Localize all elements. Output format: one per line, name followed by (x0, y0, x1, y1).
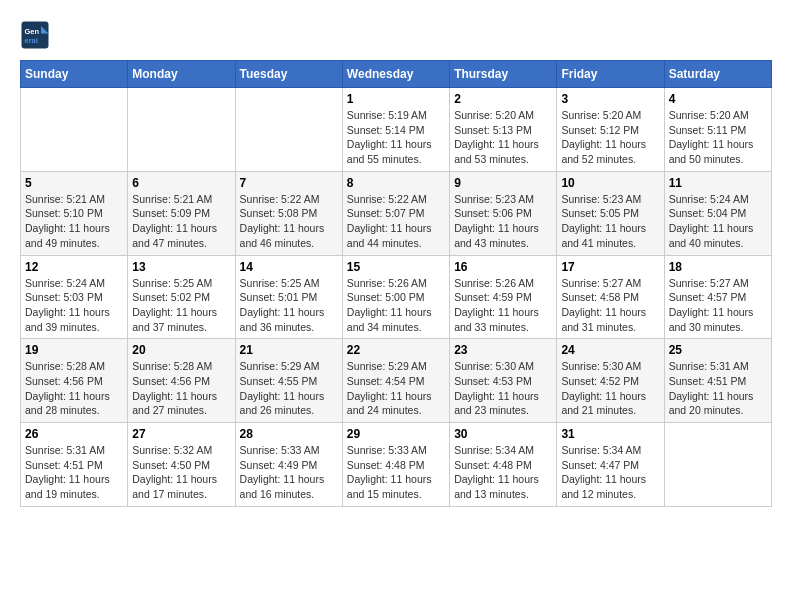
day-info: Sunrise: 5:20 AM Sunset: 5:13 PM Dayligh… (454, 108, 552, 167)
calendar-cell: 10Sunrise: 5:23 AM Sunset: 5:05 PM Dayli… (557, 171, 664, 255)
day-number: 5 (25, 176, 123, 190)
calendar-cell: 23Sunrise: 5:30 AM Sunset: 4:53 PM Dayli… (450, 339, 557, 423)
day-info: Sunrise: 5:27 AM Sunset: 4:58 PM Dayligh… (561, 276, 659, 335)
calendar-cell: 30Sunrise: 5:34 AM Sunset: 4:48 PM Dayli… (450, 423, 557, 507)
day-number: 20 (132, 343, 230, 357)
logo-icon: Gen eral (20, 20, 50, 50)
day-info: Sunrise: 5:31 AM Sunset: 4:51 PM Dayligh… (669, 359, 767, 418)
day-info: Sunrise: 5:27 AM Sunset: 4:57 PM Dayligh… (669, 276, 767, 335)
day-info: Sunrise: 5:25 AM Sunset: 5:01 PM Dayligh… (240, 276, 338, 335)
day-number: 28 (240, 427, 338, 441)
day-header-monday: Monday (128, 61, 235, 88)
calendar-cell: 22Sunrise: 5:29 AM Sunset: 4:54 PM Dayli… (342, 339, 449, 423)
calendar-table: SundayMondayTuesdayWednesdayThursdayFrid… (20, 60, 772, 507)
day-number: 30 (454, 427, 552, 441)
calendar-cell: 29Sunrise: 5:33 AM Sunset: 4:48 PM Dayli… (342, 423, 449, 507)
day-number: 13 (132, 260, 230, 274)
day-number: 4 (669, 92, 767, 106)
day-header-tuesday: Tuesday (235, 61, 342, 88)
day-number: 10 (561, 176, 659, 190)
day-number: 17 (561, 260, 659, 274)
day-number: 3 (561, 92, 659, 106)
day-info: Sunrise: 5:28 AM Sunset: 4:56 PM Dayligh… (132, 359, 230, 418)
calendar-cell: 2Sunrise: 5:20 AM Sunset: 5:13 PM Daylig… (450, 88, 557, 172)
day-header-thursday: Thursday (450, 61, 557, 88)
week-row: 1Sunrise: 5:19 AM Sunset: 5:14 PM Daylig… (21, 88, 772, 172)
day-info: Sunrise: 5:23 AM Sunset: 5:05 PM Dayligh… (561, 192, 659, 251)
day-number: 12 (25, 260, 123, 274)
calendar-cell: 31Sunrise: 5:34 AM Sunset: 4:47 PM Dayli… (557, 423, 664, 507)
day-number: 1 (347, 92, 445, 106)
calendar-cell: 27Sunrise: 5:32 AM Sunset: 4:50 PM Dayli… (128, 423, 235, 507)
calendar-cell: 18Sunrise: 5:27 AM Sunset: 4:57 PM Dayli… (664, 255, 771, 339)
calendar-cell: 8Sunrise: 5:22 AM Sunset: 5:07 PM Daylig… (342, 171, 449, 255)
day-info: Sunrise: 5:31 AM Sunset: 4:51 PM Dayligh… (25, 443, 123, 502)
calendar-cell: 7Sunrise: 5:22 AM Sunset: 5:08 PM Daylig… (235, 171, 342, 255)
day-number: 7 (240, 176, 338, 190)
day-info: Sunrise: 5:20 AM Sunset: 5:12 PM Dayligh… (561, 108, 659, 167)
calendar-cell: 17Sunrise: 5:27 AM Sunset: 4:58 PM Dayli… (557, 255, 664, 339)
day-number: 25 (669, 343, 767, 357)
day-number: 8 (347, 176, 445, 190)
day-info: Sunrise: 5:34 AM Sunset: 4:47 PM Dayligh… (561, 443, 659, 502)
day-number: 14 (240, 260, 338, 274)
page-header: Gen eral (20, 20, 772, 50)
day-number: 21 (240, 343, 338, 357)
day-number: 23 (454, 343, 552, 357)
calendar-cell: 28Sunrise: 5:33 AM Sunset: 4:49 PM Dayli… (235, 423, 342, 507)
day-info: Sunrise: 5:29 AM Sunset: 4:54 PM Dayligh… (347, 359, 445, 418)
day-info: Sunrise: 5:24 AM Sunset: 5:03 PM Dayligh… (25, 276, 123, 335)
calendar-cell: 6Sunrise: 5:21 AM Sunset: 5:09 PM Daylig… (128, 171, 235, 255)
day-number: 19 (25, 343, 123, 357)
day-number: 16 (454, 260, 552, 274)
calendar-cell: 9Sunrise: 5:23 AM Sunset: 5:06 PM Daylig… (450, 171, 557, 255)
day-info: Sunrise: 5:29 AM Sunset: 4:55 PM Dayligh… (240, 359, 338, 418)
calendar-cell: 20Sunrise: 5:28 AM Sunset: 4:56 PM Dayli… (128, 339, 235, 423)
day-header-wednesday: Wednesday (342, 61, 449, 88)
day-info: Sunrise: 5:32 AM Sunset: 4:50 PM Dayligh… (132, 443, 230, 502)
calendar-cell: 4Sunrise: 5:20 AM Sunset: 5:11 PM Daylig… (664, 88, 771, 172)
day-number: 9 (454, 176, 552, 190)
week-row: 12Sunrise: 5:24 AM Sunset: 5:03 PM Dayli… (21, 255, 772, 339)
day-info: Sunrise: 5:24 AM Sunset: 5:04 PM Dayligh… (669, 192, 767, 251)
calendar-cell: 15Sunrise: 5:26 AM Sunset: 5:00 PM Dayli… (342, 255, 449, 339)
calendar-cell: 26Sunrise: 5:31 AM Sunset: 4:51 PM Dayli… (21, 423, 128, 507)
calendar-cell: 12Sunrise: 5:24 AM Sunset: 5:03 PM Dayli… (21, 255, 128, 339)
calendar-cell: 21Sunrise: 5:29 AM Sunset: 4:55 PM Dayli… (235, 339, 342, 423)
day-info: Sunrise: 5:22 AM Sunset: 5:07 PM Dayligh… (347, 192, 445, 251)
day-info: Sunrise: 5:21 AM Sunset: 5:10 PM Dayligh… (25, 192, 123, 251)
day-info: Sunrise: 5:30 AM Sunset: 4:53 PM Dayligh… (454, 359, 552, 418)
week-row: 26Sunrise: 5:31 AM Sunset: 4:51 PM Dayli… (21, 423, 772, 507)
calendar-cell: 11Sunrise: 5:24 AM Sunset: 5:04 PM Dayli… (664, 171, 771, 255)
day-info: Sunrise: 5:21 AM Sunset: 5:09 PM Dayligh… (132, 192, 230, 251)
day-number: 22 (347, 343, 445, 357)
day-number: 11 (669, 176, 767, 190)
calendar-cell: 16Sunrise: 5:26 AM Sunset: 4:59 PM Dayli… (450, 255, 557, 339)
day-info: Sunrise: 5:33 AM Sunset: 4:49 PM Dayligh… (240, 443, 338, 502)
calendar-cell: 3Sunrise: 5:20 AM Sunset: 5:12 PM Daylig… (557, 88, 664, 172)
calendar-cell: 5Sunrise: 5:21 AM Sunset: 5:10 PM Daylig… (21, 171, 128, 255)
week-row: 19Sunrise: 5:28 AM Sunset: 4:56 PM Dayli… (21, 339, 772, 423)
day-number: 29 (347, 427, 445, 441)
calendar-cell (128, 88, 235, 172)
day-info: Sunrise: 5:25 AM Sunset: 5:02 PM Dayligh… (132, 276, 230, 335)
day-header-sunday: Sunday (21, 61, 128, 88)
day-info: Sunrise: 5:20 AM Sunset: 5:11 PM Dayligh… (669, 108, 767, 167)
calendar-cell: 14Sunrise: 5:25 AM Sunset: 5:01 PM Dayli… (235, 255, 342, 339)
day-info: Sunrise: 5:28 AM Sunset: 4:56 PM Dayligh… (25, 359, 123, 418)
day-number: 26 (25, 427, 123, 441)
header-row: SundayMondayTuesdayWednesdayThursdayFrid… (21, 61, 772, 88)
svg-text:eral: eral (25, 36, 38, 45)
day-number: 6 (132, 176, 230, 190)
day-header-friday: Friday (557, 61, 664, 88)
day-info: Sunrise: 5:19 AM Sunset: 5:14 PM Dayligh… (347, 108, 445, 167)
calendar-cell (21, 88, 128, 172)
calendar-cell: 13Sunrise: 5:25 AM Sunset: 5:02 PM Dayli… (128, 255, 235, 339)
logo: Gen eral (20, 20, 54, 50)
day-number: 27 (132, 427, 230, 441)
week-row: 5Sunrise: 5:21 AM Sunset: 5:10 PM Daylig… (21, 171, 772, 255)
calendar-header: SundayMondayTuesdayWednesdayThursdayFrid… (21, 61, 772, 88)
calendar-cell (664, 423, 771, 507)
day-number: 24 (561, 343, 659, 357)
calendar-cell: 19Sunrise: 5:28 AM Sunset: 4:56 PM Dayli… (21, 339, 128, 423)
